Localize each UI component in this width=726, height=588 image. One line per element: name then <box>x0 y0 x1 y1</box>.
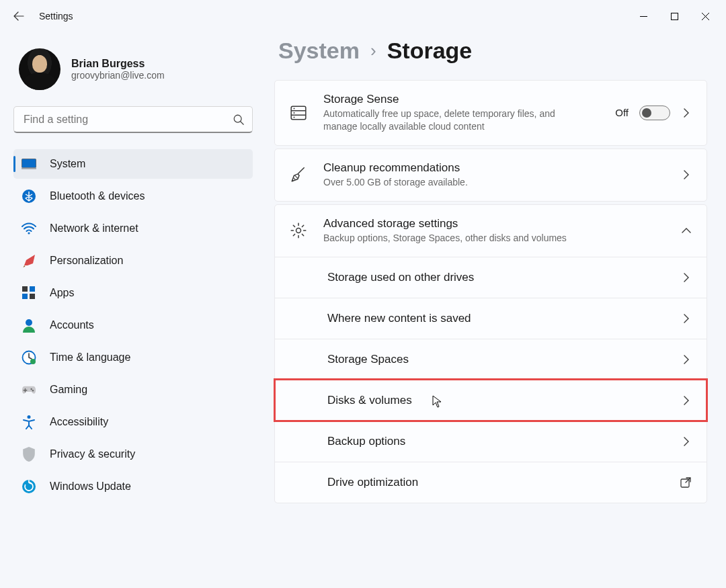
svg-point-13 <box>30 388 32 389</box>
brush-icon <box>22 253 36 268</box>
cleanup-card[interactable]: Cleanup recommendations Over 5.00 GB of … <box>274 149 707 202</box>
breadcrumb: System › Storage <box>278 38 707 64</box>
row-title: Backup options <box>327 435 405 448</box>
search-container <box>13 106 253 133</box>
broom-icon <box>290 166 307 183</box>
sidebar-item-personalization[interactable]: Personalization <box>13 246 253 276</box>
profile-block[interactable]: Brian Burgess groovybrian@live.com <box>13 48 253 106</box>
chevron-right-icon <box>681 354 692 365</box>
arrow-left-icon <box>13 11 24 22</box>
svg-rect-8 <box>22 294 28 299</box>
sidebar-item-privacy[interactable]: Privacy & security <box>13 439 253 469</box>
search-input[interactable] <box>13 106 253 133</box>
person-icon <box>22 318 36 333</box>
advanced-item-new-content[interactable]: Where new content is saved <box>275 298 707 339</box>
close-button[interactable] <box>690 5 721 27</box>
svg-rect-9 <box>30 294 35 299</box>
sidebar-item-label: Privacy & security <box>50 448 135 460</box>
sidebar-item-network[interactable]: Network & internet <box>13 214 253 243</box>
sidebar-item-label: Gaming <box>50 384 87 396</box>
maximize-icon <box>671 13 678 20</box>
close-icon <box>702 13 709 20</box>
titlebar: Settings <box>0 0 726 32</box>
svg-point-12 <box>30 359 36 364</box>
sidebar-item-label: System <box>50 158 85 170</box>
wifi-icon <box>22 221 36 236</box>
svg-point-5 <box>28 232 30 234</box>
advanced-item-drive-optimization[interactable]: Drive optimization <box>275 462 707 503</box>
maximize-button[interactable] <box>659 5 690 27</box>
advanced-item-disks-volumes[interactable]: Disks & volumes <box>275 380 707 421</box>
content: System › Storage Storage Sense Automatic… <box>261 32 721 588</box>
cursor-icon <box>432 395 443 409</box>
breadcrumb-current: Storage <box>387 38 473 64</box>
row-title: Storage used on other drives <box>327 271 474 284</box>
sidebar-item-system[interactable]: System <box>13 149 253 179</box>
advanced-card: Advanced storage settings Backup options… <box>274 204 707 503</box>
nav: System Bluetooth & devices Network & int… <box>13 149 253 501</box>
row-title: Cleanup recommendations <box>323 161 681 175</box>
bluetooth-icon <box>22 189 36 204</box>
sidebar-item-update[interactable]: Windows Update <box>13 472 253 501</box>
toggle-label: Off <box>615 107 629 118</box>
row-title: Storage Spaces <box>327 353 409 366</box>
clock-icon <box>22 350 36 365</box>
sidebar-item-label: Personalization <box>50 255 123 267</box>
sidebar-item-label: Bluetooth & devices <box>50 190 145 202</box>
profile-email: groovybrian@live.com <box>71 70 165 81</box>
row-title: Where new content is saved <box>327 312 471 325</box>
external-link-icon <box>680 476 692 489</box>
chevron-right-icon <box>681 313 692 324</box>
row-title: Drive optimization <box>327 476 418 489</box>
search-icon <box>233 114 245 126</box>
shield-icon <box>22 447 36 462</box>
apps-icon <box>22 286 36 300</box>
svg-rect-3 <box>22 168 36 169</box>
storage-sense-card[interactable]: Storage Sense Automatically free up spac… <box>274 80 707 146</box>
sidebar-item-label: Time & language <box>50 351 130 364</box>
minimize-button[interactable] <box>628 5 659 27</box>
sidebar-item-accounts[interactable]: Accounts <box>13 310 253 340</box>
row-subtitle: Over 5.00 GB of storage available. <box>323 176 681 189</box>
svg-rect-2 <box>22 159 36 168</box>
svg-point-15 <box>28 415 31 419</box>
minimize-icon <box>640 13 647 20</box>
chevron-right-icon <box>681 436 692 447</box>
system-icon <box>22 157 36 171</box>
svg-point-14 <box>32 390 34 391</box>
row-title: Storage Sense <box>323 93 615 106</box>
row-title: Disks & volumes <box>327 394 412 407</box>
sidebar-item-apps[interactable]: Apps <box>13 278 253 308</box>
sidebar-item-label: Apps <box>50 287 74 299</box>
breadcrumb-parent[interactable]: System <box>278 38 360 64</box>
row-subtitle: Automatically free up space, delete temp… <box>323 108 565 133</box>
update-icon <box>22 479 36 494</box>
sidebar-item-bluetooth[interactable]: Bluetooth & devices <box>13 181 253 211</box>
storage-sense-toggle[interactable] <box>639 106 670 120</box>
sidebar-item-label: Accessibility <box>50 416 108 428</box>
sidebar-item-time[interactable]: Time & language <box>13 343 253 372</box>
avatar <box>19 48 61 90</box>
sidebar-item-accessibility[interactable]: Accessibility <box>13 407 253 437</box>
advanced-item-other-drives[interactable]: Storage used on other drives <box>275 257 707 298</box>
sidebar-item-label: Windows Update <box>50 480 131 493</box>
window-title: Settings <box>39 11 73 22</box>
svg-rect-17 <box>291 106 306 120</box>
chevron-right-icon: › <box>370 40 376 61</box>
chevron-up-icon <box>681 225 692 236</box>
back-button[interactable] <box>5 3 32 30</box>
advanced-item-storage-spaces[interactable]: Storage Spaces <box>275 339 707 380</box>
svg-point-20 <box>294 116 295 118</box>
chevron-right-icon <box>681 108 692 118</box>
sidebar-item-label: Network & internet <box>50 222 138 235</box>
svg-point-19 <box>294 112 295 114</box>
advanced-item-backup[interactable]: Backup options <box>275 421 707 462</box>
sidebar: Brian Burgess groovybrian@live.com Syste… <box>5 32 261 588</box>
svg-rect-0 <box>671 13 678 19</box>
row-subtitle: Backup options, Storage Spaces, other di… <box>323 232 681 245</box>
advanced-header[interactable]: Advanced storage settings Backup options… <box>275 205 707 257</box>
sidebar-item-gaming[interactable]: Gaming <box>13 375 253 405</box>
sidebar-item-label: Accounts <box>50 319 94 331</box>
svg-point-10 <box>26 319 32 326</box>
gamepad-icon <box>22 382 36 397</box>
